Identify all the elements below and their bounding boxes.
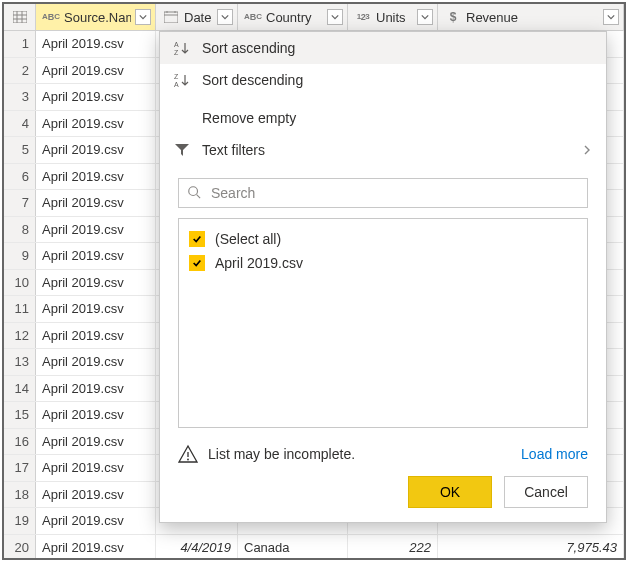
- row-number[interactable]: 6: [4, 164, 36, 190]
- column-header-date[interactable]: Date: [156, 4, 238, 30]
- row-number[interactable]: 17: [4, 455, 36, 481]
- row-number[interactable]: 14: [4, 376, 36, 402]
- menu-label: Remove empty: [202, 110, 296, 126]
- row-number[interactable]: 9: [4, 243, 36, 269]
- cell-source[interactable]: April 2019.csv: [36, 137, 156, 163]
- cell-source[interactable]: April 2019.csv: [36, 217, 156, 243]
- filter-value-item[interactable]: April 2019.csv: [189, 251, 577, 275]
- filter-search[interactable]: [178, 178, 588, 208]
- svg-text:Z: Z: [174, 73, 179, 80]
- row-number[interactable]: 5: [4, 137, 36, 163]
- column-filter-panel: AZ Sort ascending ZA Sort descending Rem…: [159, 31, 607, 523]
- row-number[interactable]: 12: [4, 323, 36, 349]
- filter-select-all[interactable]: (Select all): [189, 227, 577, 251]
- svg-rect-0: [13, 11, 27, 23]
- remove-empty-item[interactable]: Remove empty: [160, 102, 606, 134]
- filter-dropdown-icon[interactable]: [417, 9, 433, 25]
- filter-dropdown-icon[interactable]: [135, 9, 151, 25]
- table-row[interactable]: 20April 2019.csv4/4/2019Canada2227,975.4…: [4, 535, 624, 559]
- column-header-source[interactable]: B Source.Name: [36, 4, 156, 30]
- cell-source[interactable]: April 2019.csv: [36, 190, 156, 216]
- sort-descending-icon: ZA: [174, 72, 190, 88]
- cell-source[interactable]: April 2019.csv: [36, 429, 156, 455]
- column-header-label: Date: [184, 10, 213, 25]
- text-type-icon: B: [42, 10, 60, 24]
- incomplete-message: List may be incomplete.: [208, 446, 511, 462]
- warning-icon: [178, 444, 198, 464]
- row-number[interactable]: 8: [4, 217, 36, 243]
- funnel-icon: [174, 142, 190, 158]
- cell-source[interactable]: April 2019.csv: [36, 31, 156, 57]
- sort-descending-item[interactable]: ZA Sort descending: [160, 64, 606, 96]
- sort-ascending-item[interactable]: AZ Sort ascending: [160, 32, 606, 64]
- cell-source[interactable]: April 2019.csv: [36, 402, 156, 428]
- cancel-button[interactable]: Cancel: [504, 476, 588, 508]
- column-header-revenue[interactable]: $ Revenue: [438, 4, 624, 30]
- row-number[interactable]: 7: [4, 190, 36, 216]
- svg-text:A: A: [174, 41, 179, 48]
- row-number[interactable]: 15: [4, 402, 36, 428]
- cell-source[interactable]: April 2019.csv: [36, 270, 156, 296]
- cell-revenue[interactable]: 7,975.43: [438, 535, 624, 559]
- menu-label: Text filters: [202, 142, 265, 158]
- svg-text:Z: Z: [174, 49, 179, 56]
- cell-source[interactable]: April 2019.csv: [36, 349, 156, 375]
- cell-source[interactable]: April 2019.csv: [36, 164, 156, 190]
- cell-country[interactable]: Canada: [238, 535, 348, 559]
- load-more-link[interactable]: Load more: [521, 446, 588, 462]
- row-number[interactable]: 20: [4, 535, 36, 559]
- row-number[interactable]: 18: [4, 482, 36, 508]
- row-number[interactable]: 19: [4, 508, 36, 534]
- filter-dropdown-icon[interactable]: [217, 9, 233, 25]
- cell-source[interactable]: April 2019.csv: [36, 243, 156, 269]
- checkbox-checked-icon: [189, 231, 205, 247]
- chevron-right-icon: [582, 142, 592, 158]
- column-header-row: B Source.Name Date B Country 2 Units $: [4, 4, 624, 31]
- column-header-country[interactable]: B Country: [238, 4, 348, 30]
- svg-point-16: [187, 459, 189, 461]
- date-type-icon: [162, 10, 180, 24]
- cell-source[interactable]: April 2019.csv: [36, 58, 156, 84]
- row-number[interactable]: 10: [4, 270, 36, 296]
- cell-source[interactable]: April 2019.csv: [36, 84, 156, 110]
- svg-point-13: [189, 186, 198, 195]
- cell-date[interactable]: 4/4/2019: [156, 535, 238, 559]
- row-number[interactable]: 13: [4, 349, 36, 375]
- number-type-icon: 2: [354, 10, 372, 24]
- svg-rect-5: [164, 12, 178, 23]
- filter-search-input[interactable]: [209, 184, 579, 202]
- checkbox-checked-icon: [189, 255, 205, 271]
- row-number[interactable]: 11: [4, 296, 36, 322]
- column-header-units[interactable]: 2 Units: [348, 4, 438, 30]
- sort-ascending-icon: AZ: [174, 40, 190, 56]
- cell-source[interactable]: April 2019.csv: [36, 296, 156, 322]
- cell-source[interactable]: April 2019.csv: [36, 111, 156, 137]
- filter-dropdown-icon[interactable]: [603, 9, 619, 25]
- row-number[interactable]: 3: [4, 84, 36, 110]
- row-number[interactable]: 16: [4, 429, 36, 455]
- cell-source[interactable]: April 2019.csv: [36, 482, 156, 508]
- cell-source[interactable]: April 2019.csv: [36, 508, 156, 534]
- row-number[interactable]: 4: [4, 111, 36, 137]
- text-type-icon: B: [244, 10, 262, 24]
- cell-source[interactable]: April 2019.csv: [36, 376, 156, 402]
- filter-value-label: (Select all): [215, 231, 281, 247]
- row-number[interactable]: 1: [4, 31, 36, 57]
- cell-source[interactable]: April 2019.csv: [36, 455, 156, 481]
- svg-line-14: [197, 194, 201, 198]
- svg-text:A: A: [174, 81, 179, 88]
- column-header-label: Country: [266, 10, 323, 25]
- filter-incomplete-row: List may be incomplete. Load more: [160, 438, 606, 466]
- cell-source[interactable]: April 2019.csv: [36, 323, 156, 349]
- search-icon: [187, 185, 201, 202]
- filter-dropdown-icon[interactable]: [327, 9, 343, 25]
- row-number[interactable]: 2: [4, 58, 36, 84]
- text-filters-item[interactable]: Text filters: [160, 134, 606, 166]
- cell-source[interactable]: April 2019.csv: [36, 535, 156, 559]
- ok-button[interactable]: OK: [408, 476, 492, 508]
- table-corner[interactable]: [4, 4, 36, 30]
- cell-units[interactable]: 222: [348, 535, 438, 559]
- menu-label: Sort descending: [202, 72, 303, 88]
- menu-label: Sort ascending: [202, 40, 295, 56]
- column-header-label: Source.Name: [64, 10, 131, 25]
